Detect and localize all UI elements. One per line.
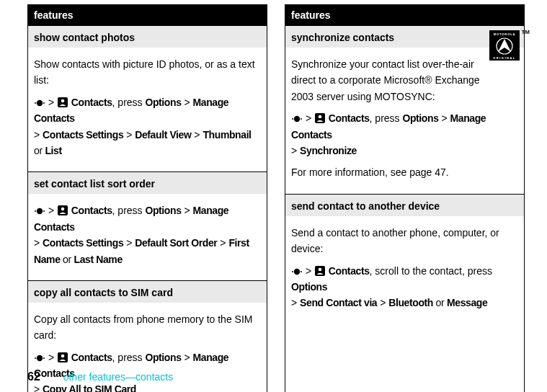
- column-header: features: [28, 5, 267, 25]
- path-item: Default Sort Order: [135, 237, 217, 249]
- feature-title: send contact to another device: [285, 195, 524, 216]
- contacts-app-icon: [57, 97, 68, 108]
- svg-point-26: [319, 267, 322, 271]
- path-app: Contacts: [71, 205, 112, 216]
- svg-point-19: [301, 118, 302, 120]
- feature-body: > Contacts, press Options > Manage Conta…: [28, 194, 267, 280]
- feature-section: set contact list sort order > Contacts, …: [28, 172, 267, 280]
- feature-body: Send a contact to another phone, compute…: [285, 216, 524, 324]
- feature-title: synchronize contacts TM MOTOROLA ORIGINA…: [285, 26, 524, 48]
- feature-section: show contact photos Show contacts with p…: [28, 25, 267, 172]
- path-item: List: [45, 145, 61, 156]
- svg-point-12: [43, 357, 45, 359]
- feature-body: Synchronize your contact list over-the-a…: [285, 48, 524, 194]
- svg-point-4: [61, 99, 65, 102]
- center-key-icon: [34, 206, 45, 216]
- path-options: Options: [402, 112, 438, 124]
- path-app: Contacts: [329, 112, 370, 124]
- center-key-icon: [34, 98, 45, 108]
- svg-point-5: [37, 208, 43, 214]
- left-column: features show contact photos Show contac…: [27, 4, 267, 392]
- path-item: Contacts Settings: [43, 237, 123, 249]
- column-header: features: [285, 5, 524, 25]
- feature-description: Synchronize your contact list over-the-a…: [291, 56, 518, 104]
- path-item: Message: [447, 297, 487, 308]
- path-options: Options: [145, 205, 181, 216]
- center-key-icon: [291, 267, 303, 277]
- nav-path: > Contacts, press Options > Manage Conta…: [34, 202, 261, 267]
- path-or: or: [61, 254, 74, 265]
- svg-point-9: [61, 208, 65, 211]
- path-app: Contacts: [329, 265, 370, 277]
- svg-point-18: [292, 118, 293, 120]
- svg-point-14: [61, 354, 65, 357]
- badge-brand-text: MOTOROLA: [494, 32, 516, 36]
- path-text: , press: [112, 97, 146, 108]
- svg-point-0: [37, 100, 43, 106]
- path-options: Options: [145, 97, 181, 108]
- svg-point-2: [43, 102, 45, 104]
- path-text: , press: [112, 352, 146, 363]
- trademark-label: TM: [521, 29, 530, 35]
- feature-description: Show contacts with picture ID photos, or…: [34, 56, 261, 89]
- motorola-original-badge: TM MOTOROLA ORIGINAL: [489, 30, 520, 61]
- page-footer: 62 other features—contacts: [27, 370, 173, 383]
- path-or: or: [433, 297, 447, 308]
- feature-section: send contact to another device Send a co…: [285, 194, 524, 324]
- svg-point-17: [294, 116, 300, 122]
- path-item: Send Contact via: [300, 297, 377, 308]
- path-item: Bluetooth: [388, 297, 433, 308]
- feature-title: copy all contacts to SIM card: [28, 281, 267, 303]
- feature-body: Show contacts with picture ID photos, or…: [28, 48, 267, 172]
- svg-point-22: [294, 268, 300, 274]
- path-text: , press: [370, 112, 403, 124]
- center-key-icon: [291, 114, 303, 124]
- contacts-app-icon: [314, 265, 326, 277]
- right-column: features synchronize contacts TM MOTOROL…: [285, 4, 525, 392]
- svg-point-7: [43, 210, 45, 212]
- path-item: Thumbnail: [203, 129, 251, 141]
- feature-note: For more information, see page 47.: [291, 164, 518, 180]
- feature-section: synchronize contacts TM MOTOROLA ORIGINA…: [285, 25, 524, 194]
- center-key-icon: [34, 353, 45, 363]
- svg-point-23: [292, 271, 293, 272]
- feature-description: Send a contact to another phone, compute…: [291, 225, 518, 257]
- page-columns: features show contact photos Show contac…: [0, 0, 547, 392]
- svg-point-24: [301, 271, 302, 272]
- nav-path: > Contacts, press Options > Manage Conta…: [291, 110, 518, 159]
- badge-sub-text: ORIGINAL: [493, 56, 516, 60]
- breadcrumb: other features—contacts: [63, 371, 174, 383]
- svg-point-21: [319, 115, 322, 119]
- path-item: Default View: [135, 129, 191, 141]
- path-item: Last Name: [74, 254, 123, 265]
- svg-point-6: [35, 210, 36, 212]
- path-item: Copy All to SIM Card: [43, 383, 136, 392]
- feature-description: Copy all contacts from phone memory to t…: [34, 311, 261, 344]
- nav-path: > Contacts, scroll to the contact, press…: [291, 263, 518, 311]
- path-text: , press: [112, 205, 146, 216]
- contacts-app-icon: [57, 205, 68, 216]
- svg-point-1: [35, 102, 36, 104]
- page-number: 62: [27, 370, 40, 383]
- path-text: , scroll to the contact, press: [370, 265, 492, 277]
- feature-title: show contact photos: [28, 26, 267, 48]
- feature-title-text: synchronize contacts: [291, 32, 394, 43]
- contacts-app-icon: [57, 352, 68, 363]
- nav-path: > Contacts, press Options > Manage Conta…: [34, 94, 261, 159]
- path-or: or: [34, 145, 45, 156]
- contacts-app-icon: [314, 112, 326, 124]
- motorola-logo-icon: MOTOROLA ORIGINAL: [489, 30, 520, 61]
- svg-point-11: [35, 357, 36, 359]
- path-item: Synchronize: [300, 145, 357, 156]
- path-app: Contacts: [71, 97, 112, 108]
- path-app: Contacts: [71, 352, 112, 363]
- path-item: Contacts Settings: [43, 129, 123, 141]
- feature-title: set contact list sort order: [28, 172, 267, 194]
- path-options: Options: [291, 281, 327, 293]
- svg-point-10: [37, 355, 43, 360]
- path-options: Options: [145, 352, 181, 363]
